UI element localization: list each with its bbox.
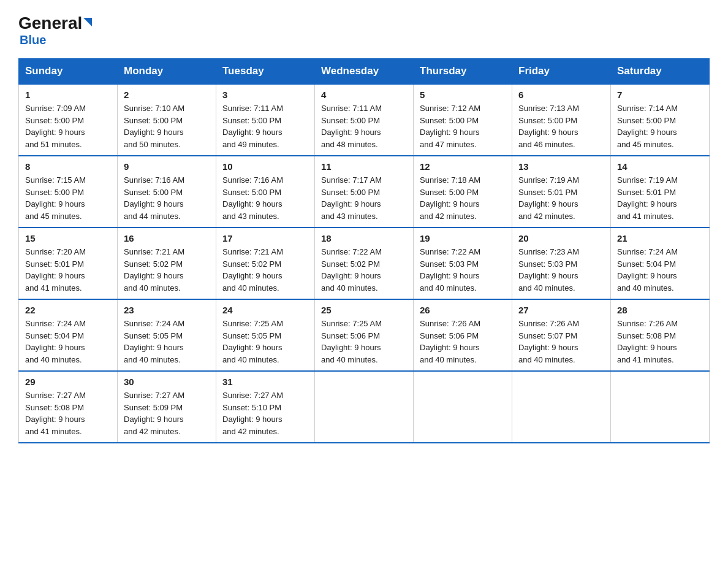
calendar-cell: 21 Sunrise: 7:24 AMSunset: 5:04 PMDaylig…	[611, 228, 710, 299]
day-number: 7	[617, 90, 703, 100]
day-info: Sunrise: 7:16 AMSunset: 5:00 PMDaylight:…	[124, 174, 210, 222]
day-info: Sunrise: 7:21 AMSunset: 5:02 PMDaylight:…	[124, 246, 210, 294]
calendar-cell: 19 Sunrise: 7:22 AMSunset: 5:03 PMDaylig…	[414, 228, 512, 299]
calendar-cell	[611, 371, 710, 443]
weekday-header-saturday: Saturday	[611, 59, 710, 85]
day-info: Sunrise: 7:22 AMSunset: 5:03 PMDaylight:…	[420, 246, 506, 294]
calendar-cell: 25 Sunrise: 7:25 AMSunset: 5:06 PMDaylig…	[315, 299, 414, 371]
day-info: Sunrise: 7:19 AMSunset: 5:01 PMDaylight:…	[518, 174, 604, 222]
day-number: 18	[321, 233, 407, 243]
weekday-header-thursday: Thursday	[414, 59, 512, 85]
day-number: 3	[222, 90, 308, 100]
day-info: Sunrise: 7:22 AMSunset: 5:02 PMDaylight:…	[321, 246, 407, 294]
week-row-1: 1 Sunrise: 7:09 AMSunset: 5:00 PMDayligh…	[19, 84, 710, 156]
day-number: 2	[124, 90, 210, 100]
day-number: 22	[25, 305, 111, 315]
day-info: Sunrise: 7:12 AMSunset: 5:00 PMDaylight:…	[420, 102, 506, 150]
day-number: 24	[222, 305, 308, 315]
day-info: Sunrise: 7:27 AMSunset: 5:10 PMDaylight:…	[222, 389, 308, 437]
weekday-header-wednesday: Wednesday	[315, 59, 414, 85]
day-number: 16	[124, 233, 210, 243]
day-info: Sunrise: 7:20 AMSunset: 5:01 PMDaylight:…	[25, 246, 111, 294]
calendar-cell: 24 Sunrise: 7:25 AMSunset: 5:05 PMDaylig…	[216, 299, 315, 371]
calendar-cell: 27 Sunrise: 7:26 AMSunset: 5:07 PMDaylig…	[512, 299, 611, 371]
day-info: Sunrise: 7:23 AMSunset: 5:03 PMDaylight:…	[518, 246, 604, 294]
day-info: Sunrise: 7:17 AMSunset: 5:00 PMDaylight:…	[321, 174, 407, 222]
day-number: 8	[25, 161, 111, 172]
day-info: Sunrise: 7:27 AMSunset: 5:09 PMDaylight:…	[124, 389, 210, 437]
day-number: 9	[124, 161, 210, 172]
calendar-cell: 20 Sunrise: 7:23 AMSunset: 5:03 PMDaylig…	[512, 228, 611, 299]
week-row-4: 22 Sunrise: 7:24 AMSunset: 5:04 PMDaylig…	[19, 299, 710, 371]
calendar-cell: 3 Sunrise: 7:11 AMSunset: 5:00 PMDayligh…	[216, 84, 315, 156]
calendar-cell: 16 Sunrise: 7:21 AMSunset: 5:02 PMDaylig…	[118, 228, 216, 299]
day-number: 13	[518, 161, 604, 172]
weekday-header-friday: Friday	[512, 59, 611, 85]
day-number: 25	[321, 305, 407, 315]
day-info: Sunrise: 7:24 AMSunset: 5:04 PMDaylight:…	[617, 246, 703, 294]
calendar-cell: 31 Sunrise: 7:27 AMSunset: 5:10 PMDaylig…	[216, 371, 315, 443]
calendar-cell: 2 Sunrise: 7:10 AMSunset: 5:00 PMDayligh…	[118, 84, 216, 156]
day-info: Sunrise: 7:26 AMSunset: 5:08 PMDaylight:…	[617, 318, 703, 366]
week-row-5: 29 Sunrise: 7:27 AMSunset: 5:08 PMDaylig…	[19, 371, 710, 443]
calendar-cell: 12 Sunrise: 7:18 AMSunset: 5:00 PMDaylig…	[414, 156, 512, 228]
day-number: 19	[420, 233, 506, 243]
day-info: Sunrise: 7:26 AMSunset: 5:06 PMDaylight:…	[420, 318, 506, 366]
day-number: 23	[124, 305, 210, 315]
logo: General Blue	[18, 15, 92, 47]
calendar-cell: 7 Sunrise: 7:14 AMSunset: 5:00 PMDayligh…	[611, 84, 710, 156]
calendar-cell	[414, 371, 512, 443]
calendar-cell: 18 Sunrise: 7:22 AMSunset: 5:02 PMDaylig…	[315, 228, 414, 299]
day-info: Sunrise: 7:11 AMSunset: 5:00 PMDaylight:…	[222, 102, 308, 150]
day-number: 15	[25, 233, 111, 243]
day-number: 26	[420, 305, 506, 315]
calendar-table: SundayMondayTuesdayWednesdayThursdayFrid…	[18, 58, 710, 443]
calendar-cell: 9 Sunrise: 7:16 AMSunset: 5:00 PMDayligh…	[118, 156, 216, 228]
day-number: 14	[617, 161, 703, 172]
day-info: Sunrise: 7:15 AMSunset: 5:00 PMDaylight:…	[25, 174, 111, 222]
day-info: Sunrise: 7:25 AMSunset: 5:05 PMDaylight:…	[222, 318, 308, 366]
day-number: 31	[222, 377, 308, 387]
logo-arrow-icon	[83, 18, 92, 26]
weekday-header-row: SundayMondayTuesdayWednesdayThursdayFrid…	[19, 59, 710, 85]
day-info: Sunrise: 7:21 AMSunset: 5:02 PMDaylight:…	[222, 246, 308, 294]
day-info: Sunrise: 7:26 AMSunset: 5:07 PMDaylight:…	[518, 318, 604, 366]
day-info: Sunrise: 7:14 AMSunset: 5:00 PMDaylight:…	[617, 102, 703, 150]
day-info: Sunrise: 7:24 AMSunset: 5:05 PMDaylight:…	[124, 318, 210, 366]
calendar-cell: 23 Sunrise: 7:24 AMSunset: 5:05 PMDaylig…	[118, 299, 216, 371]
calendar-cell: 13 Sunrise: 7:19 AMSunset: 5:01 PMDaylig…	[512, 156, 611, 228]
day-info: Sunrise: 7:16 AMSunset: 5:00 PMDaylight:…	[222, 174, 308, 222]
day-number: 10	[222, 161, 308, 172]
calendar-cell: 4 Sunrise: 7:11 AMSunset: 5:00 PMDayligh…	[315, 84, 414, 156]
calendar-cell: 8 Sunrise: 7:15 AMSunset: 5:00 PMDayligh…	[19, 156, 118, 228]
calendar-cell: 22 Sunrise: 7:24 AMSunset: 5:04 PMDaylig…	[19, 299, 118, 371]
calendar-cell: 10 Sunrise: 7:16 AMSunset: 5:00 PMDaylig…	[216, 156, 315, 228]
calendar-cell: 14 Sunrise: 7:19 AMSunset: 5:01 PMDaylig…	[611, 156, 710, 228]
weekday-header-monday: Monday	[118, 59, 216, 85]
day-number: 6	[518, 90, 604, 100]
calendar-cell	[512, 371, 611, 443]
logo-general: General	[18, 13, 82, 33]
page-header: General Blue	[18, 15, 710, 47]
week-row-2: 8 Sunrise: 7:15 AMSunset: 5:00 PMDayligh…	[19, 156, 710, 228]
day-info: Sunrise: 7:11 AMSunset: 5:00 PMDaylight:…	[321, 102, 407, 150]
day-number: 5	[420, 90, 506, 100]
day-info: Sunrise: 7:10 AMSunset: 5:00 PMDaylight:…	[124, 102, 210, 150]
day-info: Sunrise: 7:24 AMSunset: 5:04 PMDaylight:…	[25, 318, 111, 366]
calendar-cell: 26 Sunrise: 7:26 AMSunset: 5:06 PMDaylig…	[414, 299, 512, 371]
day-info: Sunrise: 7:19 AMSunset: 5:01 PMDaylight:…	[617, 174, 703, 222]
calendar-cell: 1 Sunrise: 7:09 AMSunset: 5:00 PMDayligh…	[19, 84, 118, 156]
calendar-cell: 17 Sunrise: 7:21 AMSunset: 5:02 PMDaylig…	[216, 228, 315, 299]
day-number: 1	[25, 90, 111, 100]
weekday-header-sunday: Sunday	[19, 59, 118, 85]
day-number: 11	[321, 161, 407, 172]
calendar-cell: 11 Sunrise: 7:17 AMSunset: 5:00 PMDaylig…	[315, 156, 414, 228]
day-info: Sunrise: 7:09 AMSunset: 5:00 PMDaylight:…	[25, 102, 111, 150]
day-number: 4	[321, 90, 407, 100]
calendar-cell	[315, 371, 414, 443]
day-info: Sunrise: 7:13 AMSunset: 5:00 PMDaylight:…	[518, 102, 604, 150]
weekday-header-tuesday: Tuesday	[216, 59, 315, 85]
calendar-cell: 30 Sunrise: 7:27 AMSunset: 5:09 PMDaylig…	[118, 371, 216, 443]
day-info: Sunrise: 7:27 AMSunset: 5:08 PMDaylight:…	[25, 389, 111, 437]
day-number: 28	[617, 305, 703, 315]
